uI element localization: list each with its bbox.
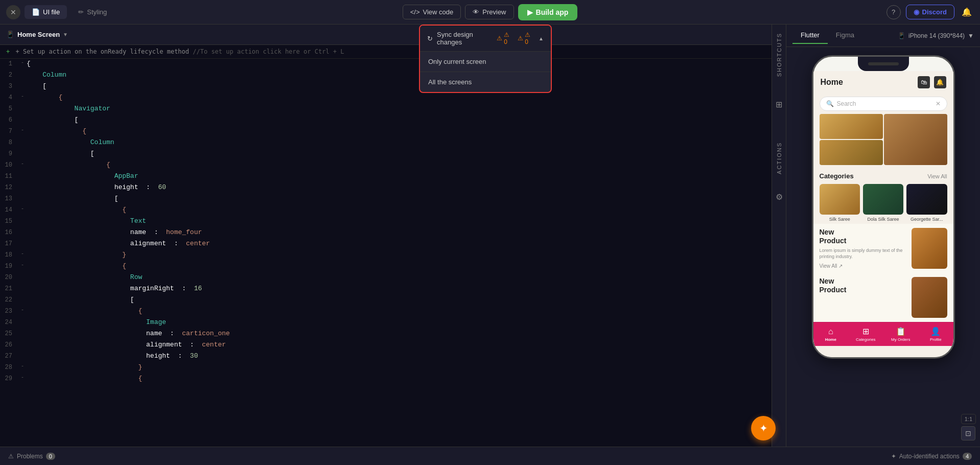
collapse-toggle[interactable]: - (18, 374, 27, 385)
warning-2: ⚠ ⚠ 0 (518, 31, 534, 45)
collapse-toggle (18, 216, 27, 227)
view-code-button[interactable]: </> View code (403, 5, 461, 19)
auto-identified-section[interactable]: ✦ Auto-identified actions 4 (891, 453, 972, 460)
collapse-toggle (18, 81, 27, 92)
collapse-toggle[interactable]: - (18, 205, 27, 216)
collapse-toggle (18, 149, 27, 160)
lifecycle-bar[interactable]: + + Set up action on the onReady lifecyc… (0, 45, 772, 59)
code-line: 6 [ (0, 115, 772, 126)
phone-screen: Home 🛍 🔔 🔍 Search ✕ (813, 71, 953, 357)
figma-tab[interactable]: Figma (828, 27, 862, 44)
category-item-georgette[interactable]: Georgette Sar... (906, 184, 947, 222)
category-item-silk-saree[interactable]: Silk Saree (820, 184, 860, 222)
collapse-toggle[interactable]: - (18, 126, 27, 137)
collapse-toggle[interactable]: - (18, 250, 27, 261)
collapse-toggle[interactable]: - (18, 59, 27, 70)
new-product-title-1: NewProduct (820, 228, 907, 245)
code-line: 9 [ (0, 149, 772, 160)
collapse-toggle[interactable]: - (18, 261, 27, 272)
code-line: 24 Image (0, 317, 772, 329)
new-product-viewall-1[interactable]: View All ↗ (820, 263, 907, 269)
code-line: 3 [ (0, 81, 772, 92)
collapse-toggle[interactable]: - (18, 362, 27, 374)
styling-tab[interactable]: ✏ Styling (71, 5, 114, 19)
zoom-fit-button[interactable]: ⊡ (961, 426, 975, 440)
preview-button[interactable]: 👁 Preview (465, 5, 514, 19)
help-button[interactable]: ? (886, 5, 901, 19)
discord-button[interactable]: ◉ Discord (906, 5, 954, 19)
line-number: 21 (0, 284, 18, 295)
nav-item-home[interactable]: ⌂ Home (813, 327, 849, 342)
code-editor[interactable]: 1-{2 Column3 [4- {5 Navigator6 [7- {8 Co… (0, 59, 772, 447)
nav-item-categories[interactable]: ⊞ Categories (848, 327, 883, 342)
new-product-section-1: NewProduct Lorem ipsum is simply dummy t… (813, 224, 953, 273)
collapse-toggle (18, 137, 27, 149)
code-line: 11 AppBar (0, 171, 772, 182)
phone-icon: 📱 (898, 32, 905, 39)
search-placeholder: Search (837, 100, 932, 107)
line-code-content: Image (27, 317, 772, 329)
line-code-content: Column (27, 137, 772, 149)
nav-item-profile[interactable]: 👤 Profile (918, 327, 953, 342)
line-code-content: } (27, 362, 772, 374)
profile-icon: 👤 (930, 327, 941, 336)
line-number: 2 (0, 70, 18, 81)
phone-search-bar[interactable]: 🔍 Search ✕ (820, 97, 947, 111)
plus-icon: + (6, 48, 10, 55)
collapse-toggle (18, 317, 27, 329)
chevron-down-icon: ▼ (968, 32, 974, 39)
code-line: 14- { (0, 205, 772, 216)
notification-icon[interactable]: 🔔 (934, 76, 946, 88)
categories-title: Categories (820, 172, 854, 180)
cart-icon[interactable]: 🛍 (918, 76, 930, 88)
line-code-content: Column (27, 70, 772, 81)
sync-only-current[interactable]: Only current screen (420, 52, 551, 72)
zoom-ratio: 1:1 (961, 414, 976, 424)
screen-title[interactable]: 📱 Home Screen ▼ (6, 31, 68, 38)
problems-section[interactable]: ⚠ Problems 0 (8, 453, 55, 460)
collapse-toggle[interactable]: - (18, 160, 27, 171)
line-number: 26 (0, 340, 18, 351)
line-code-content: Navigator (27, 104, 772, 115)
line-number: 13 (0, 194, 18, 205)
collapse-toggle (18, 194, 27, 205)
phone-notch (858, 57, 909, 71)
nav-item-my-orders[interactable]: 📋 My Orders (883, 327, 919, 342)
category-item-dola-silk[interactable]: Dola Silk Saree (863, 184, 903, 222)
back-button[interactable]: ✕ (6, 5, 20, 19)
grid-icon[interactable]: ⊞ (770, 95, 788, 113)
collapse-icon[interactable]: ▲ (539, 36, 544, 41)
code-line: 4- { (0, 92, 772, 104)
line-code-content: { (27, 261, 772, 272)
sync-header-left: ↻ Sync design changes (427, 31, 497, 46)
new-product-title-2: NewProduct (820, 277, 907, 294)
phone-preview: Home 🛍 🔔 🔍 Search ✕ (786, 47, 980, 447)
device-selector[interactable]: 📱 iPhone 14 (390*844) ▼ (898, 32, 974, 39)
line-number: 12 (0, 182, 18, 194)
collapse-toggle[interactable]: - (18, 306, 27, 317)
collapse-toggle[interactable]: - (18, 92, 27, 104)
phone-appbar-icons: 🛍 🔔 (918, 76, 946, 88)
search-clear-icon[interactable]: ✕ (936, 100, 941, 107)
collapse-toggle (18, 329, 27, 340)
notification-button[interactable]: 🔔 (960, 5, 974, 19)
fab-button[interactable]: ✦ (751, 416, 776, 440)
code-line: 10- { (0, 160, 772, 171)
warning-icon-1: ⚠ (497, 35, 502, 42)
problems-icon: ⚠ (8, 453, 14, 460)
settings-icon[interactable]: ⚙ (770, 188, 788, 206)
line-number: 1 (0, 59, 18, 70)
sync-icon: ↻ (427, 35, 433, 42)
line-number: 9 (0, 149, 18, 160)
fab-icon: ✦ (759, 422, 768, 434)
flutter-tab[interactable]: Flutter (792, 27, 828, 44)
collapse-toggle (18, 182, 27, 194)
ui-file-tab[interactable]: 📄 UI file (25, 5, 67, 19)
sync-all-screens[interactable]: All the screens (420, 72, 551, 92)
sync-header: ↻ Sync design changes ⚠ ⚠ 0 ⚠ ⚠ 0 ▲ (420, 26, 551, 52)
view-all-link[interactable]: View All (927, 173, 947, 179)
collapse-toggle (18, 104, 27, 115)
line-number: 29 (0, 374, 18, 385)
line-code-content: { (27, 374, 772, 385)
build-button[interactable]: ▶ Build app (518, 4, 578, 20)
